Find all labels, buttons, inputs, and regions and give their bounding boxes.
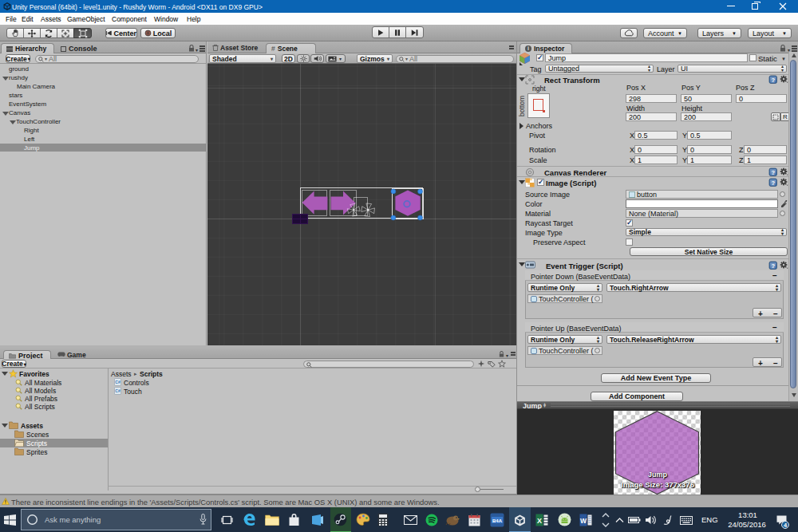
- svg-text:?: ?: [772, 262, 776, 270]
- svg-text:C#: C#: [115, 389, 120, 393]
- svg-text:W: W: [580, 517, 587, 525]
- svg-text:?: ?: [772, 77, 776, 84]
- svg-text:?: ?: [772, 169, 776, 176]
- svg-text:B4A: B4A: [492, 518, 503, 523]
- svg-text:X: X: [537, 517, 542, 525]
- svg-text:C#: C#: [115, 380, 120, 384]
- svg-text:?: ?: [772, 179, 776, 187]
